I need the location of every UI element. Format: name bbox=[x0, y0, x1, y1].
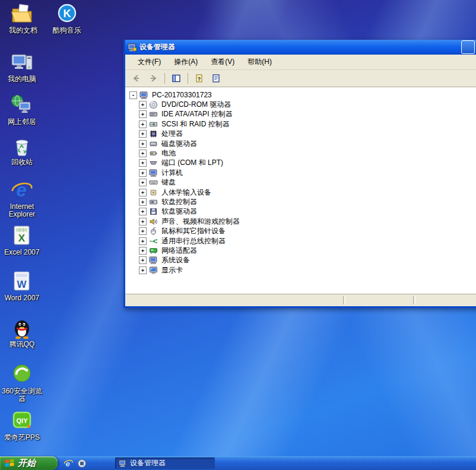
expand-box[interactable]: + bbox=[139, 169, 147, 177]
disk-drive-icon bbox=[149, 139, 158, 148]
ie-quick-launch-icon[interactable]: e bbox=[64, 459, 73, 468]
tree-item-label: 电池 bbox=[160, 148, 177, 158]
tree-item-label: PC-201703301723 bbox=[151, 91, 213, 99]
window-title: 设备管理器 bbox=[139, 42, 459, 52]
forward-button[interactable] bbox=[145, 71, 161, 85]
sound-icon bbox=[149, 217, 158, 226]
svg-text:QIY: QIY bbox=[17, 417, 28, 424]
tree-row[interactable]: +软盘驱动器 bbox=[129, 207, 476, 217]
app-quick-launch-icon[interactable] bbox=[77, 459, 87, 468]
expand-box[interactable]: + bbox=[139, 227, 147, 235]
tree-item-label: 通用串行总线控制器 bbox=[160, 236, 227, 246]
tree-item-label: 计算机 bbox=[160, 168, 184, 178]
expand-box[interactable]: + bbox=[139, 198, 147, 206]
desktop-icon-internet-explorer[interactable]: eInternet Explorer bbox=[0, 179, 44, 218]
svg-text:X: X bbox=[18, 233, 26, 244]
tree-row[interactable]: +声音、视频和游戏控制器 bbox=[129, 217, 476, 226]
desktop-icon-label: Internet Explorer bbox=[0, 203, 44, 218]
tree-row[interactable]: +通用串行总线控制器 bbox=[129, 236, 476, 246]
tree-row[interactable]: +DVD/CD-ROM 驱动器 bbox=[129, 100, 476, 109]
floppy-controller-icon bbox=[149, 198, 158, 207]
windows-flag-icon bbox=[5, 459, 15, 468]
tree-row[interactable]: +处理器 bbox=[129, 129, 476, 139]
tree-row[interactable]: +系统设备 bbox=[129, 256, 476, 265]
collapse-box[interactable]: - bbox=[129, 91, 137, 99]
tree-row[interactable]: +端口 (COM 和 LPT) bbox=[129, 158, 476, 168]
expand-box[interactable]: + bbox=[139, 140, 147, 148]
menu-item-1[interactable]: 操作(A) bbox=[167, 55, 204, 69]
desktop-icon-kugou-music[interactable]: K酷狗音乐 bbox=[45, 2, 89, 34]
tree-root-row[interactable]: -PC-201703301723 bbox=[129, 90, 476, 100]
back-button[interactable] bbox=[129, 71, 144, 85]
expand-box[interactable]: + bbox=[139, 208, 147, 215]
desktop-icon-my-computer[interactable]: 我的电脑 bbox=[0, 51, 44, 83]
tree-row[interactable]: +软盘控制器 bbox=[129, 197, 476, 207]
properties-button[interactable] bbox=[208, 71, 224, 85]
quick-launch-bar: e bbox=[58, 456, 93, 470]
tree-row[interactable]: +键盘 bbox=[129, 178, 476, 188]
battery-icon bbox=[149, 149, 158, 158]
expand-box[interactable]: + bbox=[139, 150, 147, 157]
floppy-drive-icon bbox=[149, 207, 158, 216]
expand-box[interactable]: + bbox=[139, 218, 147, 226]
minimize-button[interactable]: _ bbox=[461, 40, 475, 54]
tree-row[interactable]: +鼠标和其它指针设备 bbox=[129, 226, 476, 236]
expand-box[interactable]: + bbox=[139, 189, 147, 196]
menu-item-0[interactable]: 文件(F) bbox=[131, 55, 167, 69]
desktop-icon-word-2007[interactable]: WWord 2007 bbox=[0, 270, 44, 302]
expand-box[interactable]: + bbox=[139, 130, 147, 138]
desktop-icon-excel-2007[interactable]: XExcel 2007 bbox=[0, 224, 44, 256]
tree-row[interactable]: +磁盘驱动器 bbox=[129, 139, 476, 148]
excel-2007-icon: X bbox=[10, 224, 34, 248]
menu-bar: 文件(F)操作(A)查看(V)帮助(H) bbox=[125, 55, 476, 70]
expand-box[interactable]: + bbox=[139, 110, 147, 118]
taskbar-button-device-manager[interactable]: 设备管理器 bbox=[115, 458, 215, 469]
my-documents-icon bbox=[11, 2, 35, 26]
device-tree: -PC-201703301723+DVD/CD-ROM 驱动器+IDE ATA/… bbox=[129, 90, 476, 275]
tree-item-label: 鼠标和其它指针设备 bbox=[160, 226, 227, 236]
system-devices-icon bbox=[149, 256, 158, 265]
network-places-icon bbox=[10, 94, 34, 118]
tree-row[interactable]: +IDE ATA/ATAPI 控制器 bbox=[129, 110, 476, 119]
window-titlebar[interactable]: 设备管理器 _ □ bbox=[125, 40, 476, 55]
svg-text:?: ? bbox=[198, 76, 201, 82]
tree-item-label: 显示卡 bbox=[160, 265, 184, 275]
desktop-icon-label: 爱奇艺PPS bbox=[4, 434, 40, 442]
desktop-icon-iqiyi-pps[interactable]: QIY爱奇艺PPS bbox=[0, 409, 44, 442]
menu-item-2[interactable]: 查看(V) bbox=[204, 55, 241, 69]
expand-box[interactable]: + bbox=[139, 266, 147, 274]
tree-row[interactable]: +SCSI 和 RAID 控制器 bbox=[129, 119, 476, 129]
taskbar: 开始 e 设备管理器 bbox=[0, 456, 476, 470]
desktop-icon-recycle-bin[interactable]: 回收站 bbox=[0, 134, 44, 166]
expand-box[interactable]: + bbox=[139, 237, 147, 245]
expand-box[interactable]: + bbox=[139, 159, 147, 167]
tree-row[interactable]: +电池 bbox=[129, 148, 476, 158]
desktop-icon-tencent-qq[interactable]: 腾讯QQ bbox=[0, 316, 44, 348]
show-console-tree-button[interactable] bbox=[169, 71, 184, 85]
status-bar bbox=[125, 294, 476, 306]
desktop-icon-360-browser[interactable]: 360安全浏览器 bbox=[0, 363, 44, 403]
tree-row[interactable]: +网络适配器 bbox=[129, 246, 476, 255]
desktop-icon-label: 回收站 bbox=[11, 158, 33, 166]
tree-row[interactable]: +显示卡 bbox=[129, 265, 476, 275]
tree-row[interactable]: +人体学输入设备 bbox=[129, 188, 476, 197]
start-button[interactable]: 开始 bbox=[0, 456, 58, 470]
taskbar-button-label: 设备管理器 bbox=[130, 458, 166, 468]
tree-row[interactable]: +计算机 bbox=[129, 168, 476, 177]
expand-box[interactable]: + bbox=[139, 101, 147, 109]
expand-box[interactable]: + bbox=[139, 179, 147, 186]
expand-box[interactable]: + bbox=[139, 256, 147, 264]
cd-drive-icon bbox=[149, 100, 158, 109]
help-button[interactable]: ? bbox=[192, 71, 207, 85]
expand-box[interactable]: + bbox=[139, 120, 147, 128]
tree-item-label: SCSI 和 RAID 控制器 bbox=[160, 119, 231, 129]
expand-box[interactable]: + bbox=[139, 247, 147, 255]
arrow-right-icon bbox=[148, 74, 158, 83]
hid-icon bbox=[149, 188, 158, 197]
desktop-icon-network-places[interactable]: 网上邻居 bbox=[0, 94, 44, 126]
desktop-icon-label: 360安全浏览器 bbox=[0, 388, 44, 403]
toolbar-separator bbox=[164, 73, 165, 84]
desktop-icon-my-documents[interactable]: 我的文档 bbox=[1, 2, 45, 34]
menu-item-3[interactable]: 帮助(H) bbox=[241, 55, 278, 69]
device-tree-panel: -PC-201703301723+DVD/CD-ROM 驱动器+IDE ATA/… bbox=[125, 87, 476, 294]
